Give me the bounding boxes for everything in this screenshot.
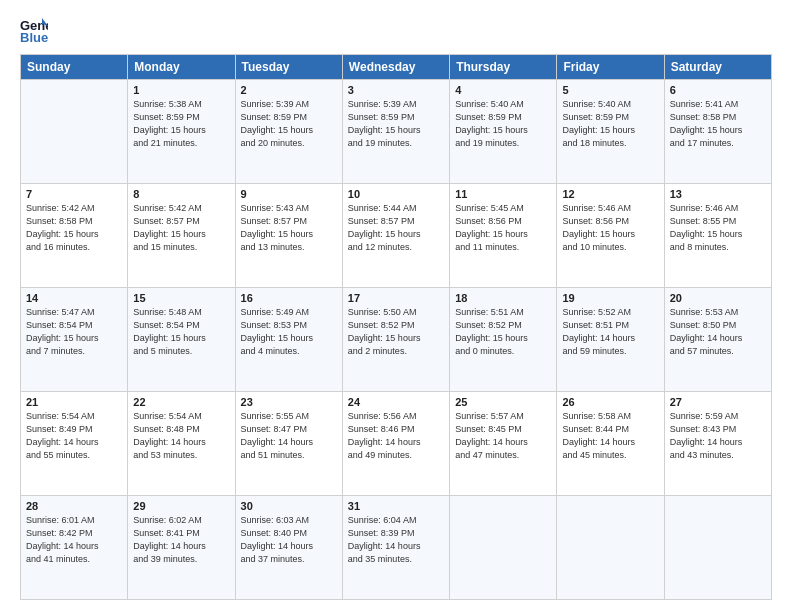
week-row-1: 1Sunrise: 5:38 AMSunset: 8:59 PMDaylight… <box>21 80 772 184</box>
header-cell-friday: Friday <box>557 55 664 80</box>
cell-info: Sunrise: 5:54 AMSunset: 8:48 PMDaylight:… <box>133 410 229 462</box>
day-number: 10 <box>348 188 444 200</box>
calendar-cell: 31Sunrise: 6:04 AMSunset: 8:39 PMDayligh… <box>342 496 449 600</box>
week-row-5: 28Sunrise: 6:01 AMSunset: 8:42 PMDayligh… <box>21 496 772 600</box>
calendar-cell: 14Sunrise: 5:47 AMSunset: 8:54 PMDayligh… <box>21 288 128 392</box>
calendar-cell: 18Sunrise: 5:51 AMSunset: 8:52 PMDayligh… <box>450 288 557 392</box>
cell-info: Sunrise: 5:58 AMSunset: 8:44 PMDaylight:… <box>562 410 658 462</box>
day-number: 18 <box>455 292 551 304</box>
calendar-cell: 30Sunrise: 6:03 AMSunset: 8:40 PMDayligh… <box>235 496 342 600</box>
calendar-cell: 7Sunrise: 5:42 AMSunset: 8:58 PMDaylight… <box>21 184 128 288</box>
calendar-cell: 2Sunrise: 5:39 AMSunset: 8:59 PMDaylight… <box>235 80 342 184</box>
cell-info: Sunrise: 5:51 AMSunset: 8:52 PMDaylight:… <box>455 306 551 358</box>
day-number: 5 <box>562 84 658 96</box>
day-number: 13 <box>670 188 766 200</box>
cell-info: Sunrise: 5:39 AMSunset: 8:59 PMDaylight:… <box>348 98 444 150</box>
day-number: 2 <box>241 84 337 96</box>
calendar-cell: 10Sunrise: 5:44 AMSunset: 8:57 PMDayligh… <box>342 184 449 288</box>
header-cell-sunday: Sunday <box>21 55 128 80</box>
calendar-cell <box>557 496 664 600</box>
header-cell-saturday: Saturday <box>664 55 771 80</box>
cell-info: Sunrise: 6:02 AMSunset: 8:41 PMDaylight:… <box>133 514 229 566</box>
day-number: 9 <box>241 188 337 200</box>
header: General Blue <box>20 16 772 44</box>
calendar-cell: 4Sunrise: 5:40 AMSunset: 8:59 PMDaylight… <box>450 80 557 184</box>
logo-icon: General Blue <box>20 16 48 44</box>
day-number: 19 <box>562 292 658 304</box>
cell-info: Sunrise: 5:59 AMSunset: 8:43 PMDaylight:… <box>670 410 766 462</box>
calendar-cell: 23Sunrise: 5:55 AMSunset: 8:47 PMDayligh… <box>235 392 342 496</box>
calendar-cell: 12Sunrise: 5:46 AMSunset: 8:56 PMDayligh… <box>557 184 664 288</box>
day-number: 25 <box>455 396 551 408</box>
day-number: 31 <box>348 500 444 512</box>
day-number: 24 <box>348 396 444 408</box>
week-row-4: 21Sunrise: 5:54 AMSunset: 8:49 PMDayligh… <box>21 392 772 496</box>
day-number: 26 <box>562 396 658 408</box>
cell-info: Sunrise: 5:54 AMSunset: 8:49 PMDaylight:… <box>26 410 122 462</box>
cell-info: Sunrise: 5:55 AMSunset: 8:47 PMDaylight:… <box>241 410 337 462</box>
day-number: 12 <box>562 188 658 200</box>
day-number: 27 <box>670 396 766 408</box>
cell-info: Sunrise: 5:43 AMSunset: 8:57 PMDaylight:… <box>241 202 337 254</box>
day-number: 1 <box>133 84 229 96</box>
calendar-cell: 22Sunrise: 5:54 AMSunset: 8:48 PMDayligh… <box>128 392 235 496</box>
cell-info: Sunrise: 6:04 AMSunset: 8:39 PMDaylight:… <box>348 514 444 566</box>
calendar-cell: 24Sunrise: 5:56 AMSunset: 8:46 PMDayligh… <box>342 392 449 496</box>
day-number: 7 <box>26 188 122 200</box>
day-number: 3 <box>348 84 444 96</box>
cell-info: Sunrise: 5:44 AMSunset: 8:57 PMDaylight:… <box>348 202 444 254</box>
cell-info: Sunrise: 5:45 AMSunset: 8:56 PMDaylight:… <box>455 202 551 254</box>
day-number: 17 <box>348 292 444 304</box>
cell-info: Sunrise: 5:40 AMSunset: 8:59 PMDaylight:… <box>562 98 658 150</box>
calendar-table: SundayMondayTuesdayWednesdayThursdayFrid… <box>20 54 772 600</box>
cell-info: Sunrise: 5:46 AMSunset: 8:55 PMDaylight:… <box>670 202 766 254</box>
cell-info: Sunrise: 5:47 AMSunset: 8:54 PMDaylight:… <box>26 306 122 358</box>
calendar-cell: 11Sunrise: 5:45 AMSunset: 8:56 PMDayligh… <box>450 184 557 288</box>
header-cell-thursday: Thursday <box>450 55 557 80</box>
calendar-cell: 8Sunrise: 5:42 AMSunset: 8:57 PMDaylight… <box>128 184 235 288</box>
header-cell-monday: Monday <box>128 55 235 80</box>
day-number: 29 <box>133 500 229 512</box>
cell-info: Sunrise: 5:42 AMSunset: 8:57 PMDaylight:… <box>133 202 229 254</box>
calendar-cell: 27Sunrise: 5:59 AMSunset: 8:43 PMDayligh… <box>664 392 771 496</box>
calendar-cell: 25Sunrise: 5:57 AMSunset: 8:45 PMDayligh… <box>450 392 557 496</box>
cell-info: Sunrise: 5:49 AMSunset: 8:53 PMDaylight:… <box>241 306 337 358</box>
calendar-cell <box>21 80 128 184</box>
header-row: SundayMondayTuesdayWednesdayThursdayFrid… <box>21 55 772 80</box>
calendar-cell: 3Sunrise: 5:39 AMSunset: 8:59 PMDaylight… <box>342 80 449 184</box>
calendar-cell: 6Sunrise: 5:41 AMSunset: 8:58 PMDaylight… <box>664 80 771 184</box>
day-number: 11 <box>455 188 551 200</box>
cell-info: Sunrise: 5:50 AMSunset: 8:52 PMDaylight:… <box>348 306 444 358</box>
svg-text:Blue: Blue <box>20 30 48 44</box>
day-number: 4 <box>455 84 551 96</box>
calendar-cell: 16Sunrise: 5:49 AMSunset: 8:53 PMDayligh… <box>235 288 342 392</box>
cell-info: Sunrise: 5:57 AMSunset: 8:45 PMDaylight:… <box>455 410 551 462</box>
day-number: 22 <box>133 396 229 408</box>
calendar-cell: 19Sunrise: 5:52 AMSunset: 8:51 PMDayligh… <box>557 288 664 392</box>
calendar-cell <box>664 496 771 600</box>
cell-info: Sunrise: 5:42 AMSunset: 8:58 PMDaylight:… <box>26 202 122 254</box>
cell-info: Sunrise: 6:01 AMSunset: 8:42 PMDaylight:… <box>26 514 122 566</box>
cell-info: Sunrise: 5:46 AMSunset: 8:56 PMDaylight:… <box>562 202 658 254</box>
day-number: 16 <box>241 292 337 304</box>
calendar-cell: 9Sunrise: 5:43 AMSunset: 8:57 PMDaylight… <box>235 184 342 288</box>
cell-info: Sunrise: 5:52 AMSunset: 8:51 PMDaylight:… <box>562 306 658 358</box>
calendar-cell: 13Sunrise: 5:46 AMSunset: 8:55 PMDayligh… <box>664 184 771 288</box>
cell-info: Sunrise: 5:48 AMSunset: 8:54 PMDaylight:… <box>133 306 229 358</box>
cell-info: Sunrise: 6:03 AMSunset: 8:40 PMDaylight:… <box>241 514 337 566</box>
calendar-cell <box>450 496 557 600</box>
header-cell-tuesday: Tuesday <box>235 55 342 80</box>
cell-info: Sunrise: 5:38 AMSunset: 8:59 PMDaylight:… <box>133 98 229 150</box>
header-cell-wednesday: Wednesday <box>342 55 449 80</box>
day-number: 30 <box>241 500 337 512</box>
week-row-2: 7Sunrise: 5:42 AMSunset: 8:58 PMDaylight… <box>21 184 772 288</box>
cell-info: Sunrise: 5:40 AMSunset: 8:59 PMDaylight:… <box>455 98 551 150</box>
day-number: 8 <box>133 188 229 200</box>
calendar-cell: 21Sunrise: 5:54 AMSunset: 8:49 PMDayligh… <box>21 392 128 496</box>
calendar-cell: 26Sunrise: 5:58 AMSunset: 8:44 PMDayligh… <box>557 392 664 496</box>
calendar-cell: 17Sunrise: 5:50 AMSunset: 8:52 PMDayligh… <box>342 288 449 392</box>
day-number: 21 <box>26 396 122 408</box>
cell-info: Sunrise: 5:41 AMSunset: 8:58 PMDaylight:… <box>670 98 766 150</box>
calendar-cell: 1Sunrise: 5:38 AMSunset: 8:59 PMDaylight… <box>128 80 235 184</box>
day-number: 15 <box>133 292 229 304</box>
